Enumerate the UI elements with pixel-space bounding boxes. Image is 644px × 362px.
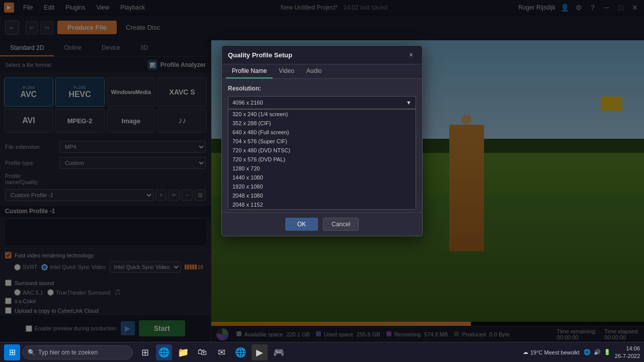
- resolution-dropdown: 320 x 240 (1/4 screen) 352 x 288 (CIF) 6…: [228, 109, 416, 210]
- resolution-section-title: Resolution:: [228, 85, 416, 92]
- modal-close-button[interactable]: ×: [406, 50, 416, 60]
- taskbar-time: 14:06 26-7-2022: [615, 345, 640, 359]
- modal-titlebar: Quality Profile Setup ×: [222, 46, 422, 64]
- res-option-10[interactable]: 2048 x 1152: [228, 200, 416, 209]
- res-option-4[interactable]: 720 x 480 (DVD NTSC): [228, 146, 416, 155]
- res-option-5[interactable]: 720 x 576 (DVD PAL): [228, 155, 416, 164]
- taskbar-right: ☁ 19°C Meest bewolkt 🌐 🔊 🔋 14:06 26-7-20…: [523, 345, 640, 359]
- taskbar-folder-icon[interactable]: 📁: [175, 344, 191, 360]
- taskbar-store-icon[interactable]: 🛍: [194, 344, 210, 360]
- taskbar-mail-icon[interactable]: ✉: [213, 344, 229, 360]
- res-option-9[interactable]: 2048 x 1080: [228, 191, 416, 200]
- modal-tab-video[interactable]: Video: [273, 64, 300, 78]
- quality-profile-modal: Quality Profile Setup × Profile Name Vid…: [221, 45, 423, 236]
- taskbar-app2-icon[interactable]: 🎮: [271, 344, 287, 360]
- taskbar-search[interactable]: 🔍 Typ hier om te zoeken: [22, 345, 133, 359]
- taskbar-app-icons: ⊞ 🌐 📁 🛍 ✉ 🌐 ▶ 🎮: [137, 344, 287, 360]
- resolution-chevron-icon: ▼: [406, 100, 412, 106]
- res-option-2[interactable]: 640 x 480 (Full screen): [228, 128, 416, 137]
- modal-tab-audio[interactable]: Audio: [300, 64, 328, 78]
- res-option-8[interactable]: 1920 x 1080: [228, 182, 416, 191]
- weather-icon: ☁: [523, 349, 528, 355]
- taskbar: ⊞ 🔍 Typ hier om te zoeken ⊞ 🌐 📁 🛍 ✉ 🌐 ▶ …: [0, 342, 644, 362]
- modal-cancel-button[interactable]: Cancel: [323, 218, 359, 231]
- weather-text: 19°C Meest bewolkt: [530, 349, 580, 355]
- battery-icon[interactable]: 🔋: [604, 349, 611, 355]
- volume-icon[interactable]: 🔊: [594, 349, 601, 355]
- res-option-0[interactable]: 320 x 240 (1/4 screen): [228, 110, 416, 119]
- clock-date: 26-7-2022: [615, 352, 640, 359]
- taskbar-multitask-icon[interactable]: ⊞: [137, 344, 153, 360]
- modal-content: Resolution: 4096 x 2160 ▼ 320 x 240 (1/4…: [222, 79, 422, 212]
- res-option-7[interactable]: 1440 x 1080: [228, 173, 416, 182]
- res-option-1[interactable]: 352 x 288 (CIF): [228, 119, 416, 128]
- res-option-3[interactable]: 704 x 576 (Super CIF): [228, 137, 416, 146]
- modal-ok-button[interactable]: OK: [285, 218, 318, 231]
- taskbar-browser2-icon[interactable]: 🌐: [232, 344, 249, 360]
- system-tray: 🌐 🔊 🔋: [584, 349, 611, 355]
- modal-footer: OK Cancel: [222, 212, 422, 236]
- taskbar-search-icon: 🔍: [28, 349, 35, 356]
- modal-tabs: Profile Name Video Audio: [222, 64, 422, 79]
- res-option-11[interactable]: 2048 x 1536: [228, 209, 416, 210]
- modal-tab-profile-name[interactable]: Profile Name: [226, 64, 273, 78]
- taskbar-app1-icon[interactable]: ▶: [252, 344, 268, 360]
- network-icon[interactable]: 🌐: [584, 349, 591, 355]
- weather-info: ☁ 19°C Meest bewolkt: [523, 349, 580, 355]
- resolution-select-button[interactable]: 4096 x 2160 ▼: [228, 96, 416, 109]
- resolution-dropdown-container: 4096 x 2160 ▼ 320 x 240 (1/4 screen) 352…: [228, 96, 416, 109]
- res-option-6[interactable]: 644 x 362: [228, 164, 416, 173]
- resolution-selected-value: 4096 x 2160: [232, 100, 263, 106]
- clock-time: 14:06: [615, 345, 640, 352]
- taskbar-browser1-icon[interactable]: 🌐: [156, 344, 172, 360]
- start-menu-button[interactable]: ⊞: [4, 344, 20, 360]
- taskbar-search-label: Typ hier om te zoeken: [38, 349, 98, 356]
- modal-title: Quality Profile Setup: [228, 51, 292, 59]
